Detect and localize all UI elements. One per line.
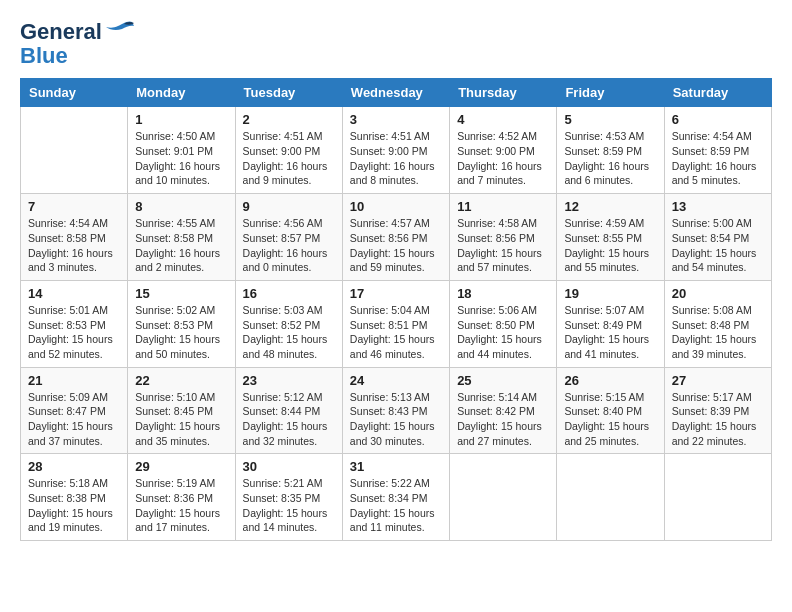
day-number: 17 — [350, 286, 442, 301]
day-info: Sunrise: 4:55 AMSunset: 8:58 PMDaylight:… — [135, 216, 227, 275]
calendar-cell — [450, 454, 557, 541]
calendar-header-row: SundayMondayTuesdayWednesdayThursdayFrid… — [21, 79, 772, 107]
logo-subtext: Blue — [20, 43, 68, 68]
calendar-cell: 25Sunrise: 5:14 AMSunset: 8:42 PMDayligh… — [450, 367, 557, 454]
day-number: 12 — [564, 199, 656, 214]
calendar-cell: 28Sunrise: 5:18 AMSunset: 8:38 PMDayligh… — [21, 454, 128, 541]
day-info: Sunrise: 4:53 AMSunset: 8:59 PMDaylight:… — [564, 129, 656, 188]
calendar-cell: 11Sunrise: 4:58 AMSunset: 8:56 PMDayligh… — [450, 194, 557, 281]
day-info: Sunrise: 5:15 AMSunset: 8:40 PMDaylight:… — [564, 390, 656, 449]
day-info: Sunrise: 5:08 AMSunset: 8:48 PMDaylight:… — [672, 303, 764, 362]
day-info: Sunrise: 5:04 AMSunset: 8:51 PMDaylight:… — [350, 303, 442, 362]
calendar-cell: 1Sunrise: 4:50 AMSunset: 9:01 PMDaylight… — [128, 107, 235, 194]
calendar-cell: 12Sunrise: 4:59 AMSunset: 8:55 PMDayligh… — [557, 194, 664, 281]
day-number: 5 — [564, 112, 656, 127]
day-info: Sunrise: 5:10 AMSunset: 8:45 PMDaylight:… — [135, 390, 227, 449]
day-number: 24 — [350, 373, 442, 388]
day-number: 25 — [457, 373, 549, 388]
day-number: 7 — [28, 199, 120, 214]
day-info: Sunrise: 5:02 AMSunset: 8:53 PMDaylight:… — [135, 303, 227, 362]
day-info: Sunrise: 5:22 AMSunset: 8:34 PMDaylight:… — [350, 476, 442, 535]
logo: General Blue — [20, 20, 136, 68]
week-row-3: 21Sunrise: 5:09 AMSunset: 8:47 PMDayligh… — [21, 367, 772, 454]
day-number: 1 — [135, 112, 227, 127]
logo-text: General — [20, 20, 102, 44]
calendar-cell: 9Sunrise: 4:56 AMSunset: 8:57 PMDaylight… — [235, 194, 342, 281]
day-info: Sunrise: 5:00 AMSunset: 8:54 PMDaylight:… — [672, 216, 764, 275]
day-info: Sunrise: 5:01 AMSunset: 8:53 PMDaylight:… — [28, 303, 120, 362]
day-info: Sunrise: 5:12 AMSunset: 8:44 PMDaylight:… — [243, 390, 335, 449]
calendar-cell: 23Sunrise: 5:12 AMSunset: 8:44 PMDayligh… — [235, 367, 342, 454]
day-number: 28 — [28, 459, 120, 474]
calendar-cell: 29Sunrise: 5:19 AMSunset: 8:36 PMDayligh… — [128, 454, 235, 541]
day-info: Sunrise: 4:50 AMSunset: 9:01 PMDaylight:… — [135, 129, 227, 188]
calendar-cell: 3Sunrise: 4:51 AMSunset: 9:00 PMDaylight… — [342, 107, 449, 194]
header-wednesday: Wednesday — [342, 79, 449, 107]
day-number: 2 — [243, 112, 335, 127]
day-number: 15 — [135, 286, 227, 301]
day-number: 22 — [135, 373, 227, 388]
day-number: 29 — [135, 459, 227, 474]
calendar-cell: 16Sunrise: 5:03 AMSunset: 8:52 PMDayligh… — [235, 280, 342, 367]
calendar-cell: 15Sunrise: 5:02 AMSunset: 8:53 PMDayligh… — [128, 280, 235, 367]
day-number: 3 — [350, 112, 442, 127]
day-info: Sunrise: 5:14 AMSunset: 8:42 PMDaylight:… — [457, 390, 549, 449]
day-info: Sunrise: 5:17 AMSunset: 8:39 PMDaylight:… — [672, 390, 764, 449]
day-info: Sunrise: 4:54 AMSunset: 8:59 PMDaylight:… — [672, 129, 764, 188]
calendar-cell: 14Sunrise: 5:01 AMSunset: 8:53 PMDayligh… — [21, 280, 128, 367]
calendar-cell — [21, 107, 128, 194]
header-thursday: Thursday — [450, 79, 557, 107]
calendar-cell: 19Sunrise: 5:07 AMSunset: 8:49 PMDayligh… — [557, 280, 664, 367]
day-number: 9 — [243, 199, 335, 214]
calendar-cell: 21Sunrise: 5:09 AMSunset: 8:47 PMDayligh… — [21, 367, 128, 454]
day-number: 10 — [350, 199, 442, 214]
day-number: 11 — [457, 199, 549, 214]
calendar-table: SundayMondayTuesdayWednesdayThursdayFrid… — [20, 78, 772, 541]
calendar-cell: 27Sunrise: 5:17 AMSunset: 8:39 PMDayligh… — [664, 367, 771, 454]
day-info: Sunrise: 5:09 AMSunset: 8:47 PMDaylight:… — [28, 390, 120, 449]
day-number: 20 — [672, 286, 764, 301]
calendar-cell: 2Sunrise: 4:51 AMSunset: 9:00 PMDaylight… — [235, 107, 342, 194]
day-number: 4 — [457, 112, 549, 127]
day-info: Sunrise: 5:21 AMSunset: 8:35 PMDaylight:… — [243, 476, 335, 535]
week-row-4: 28Sunrise: 5:18 AMSunset: 8:38 PMDayligh… — [21, 454, 772, 541]
week-row-0: 1Sunrise: 4:50 AMSunset: 9:01 PMDaylight… — [21, 107, 772, 194]
day-number: 6 — [672, 112, 764, 127]
calendar-cell: 13Sunrise: 5:00 AMSunset: 8:54 PMDayligh… — [664, 194, 771, 281]
day-number: 19 — [564, 286, 656, 301]
calendar-cell: 4Sunrise: 4:52 AMSunset: 9:00 PMDaylight… — [450, 107, 557, 194]
day-number: 8 — [135, 199, 227, 214]
day-number: 31 — [350, 459, 442, 474]
day-number: 26 — [564, 373, 656, 388]
page-header: General Blue — [20, 20, 772, 68]
calendar-cell: 18Sunrise: 5:06 AMSunset: 8:50 PMDayligh… — [450, 280, 557, 367]
day-number: 21 — [28, 373, 120, 388]
day-number: 18 — [457, 286, 549, 301]
day-info: Sunrise: 4:59 AMSunset: 8:55 PMDaylight:… — [564, 216, 656, 275]
day-info: Sunrise: 4:57 AMSunset: 8:56 PMDaylight:… — [350, 216, 442, 275]
day-info: Sunrise: 4:58 AMSunset: 8:56 PMDaylight:… — [457, 216, 549, 275]
calendar-cell: 26Sunrise: 5:15 AMSunset: 8:40 PMDayligh… — [557, 367, 664, 454]
day-number: 23 — [243, 373, 335, 388]
day-info: Sunrise: 5:03 AMSunset: 8:52 PMDaylight:… — [243, 303, 335, 362]
calendar-cell: 20Sunrise: 5:08 AMSunset: 8:48 PMDayligh… — [664, 280, 771, 367]
day-info: Sunrise: 4:52 AMSunset: 9:00 PMDaylight:… — [457, 129, 549, 188]
header-friday: Friday — [557, 79, 664, 107]
day-info: Sunrise: 5:06 AMSunset: 8:50 PMDaylight:… — [457, 303, 549, 362]
day-info: Sunrise: 4:51 AMSunset: 9:00 PMDaylight:… — [243, 129, 335, 188]
day-info: Sunrise: 5:18 AMSunset: 8:38 PMDaylight:… — [28, 476, 120, 535]
header-tuesday: Tuesday — [235, 79, 342, 107]
calendar-cell: 10Sunrise: 4:57 AMSunset: 8:56 PMDayligh… — [342, 194, 449, 281]
day-number: 27 — [672, 373, 764, 388]
week-row-2: 14Sunrise: 5:01 AMSunset: 8:53 PMDayligh… — [21, 280, 772, 367]
calendar-cell: 6Sunrise: 4:54 AMSunset: 8:59 PMDaylight… — [664, 107, 771, 194]
calendar-cell — [557, 454, 664, 541]
calendar-cell — [664, 454, 771, 541]
day-info: Sunrise: 5:07 AMSunset: 8:49 PMDaylight:… — [564, 303, 656, 362]
day-info: Sunrise: 4:54 AMSunset: 8:58 PMDaylight:… — [28, 216, 120, 275]
day-info: Sunrise: 4:51 AMSunset: 9:00 PMDaylight:… — [350, 129, 442, 188]
logo-bird-icon — [104, 20, 136, 40]
calendar-cell: 31Sunrise: 5:22 AMSunset: 8:34 PMDayligh… — [342, 454, 449, 541]
day-number: 13 — [672, 199, 764, 214]
calendar-cell: 7Sunrise: 4:54 AMSunset: 8:58 PMDaylight… — [21, 194, 128, 281]
